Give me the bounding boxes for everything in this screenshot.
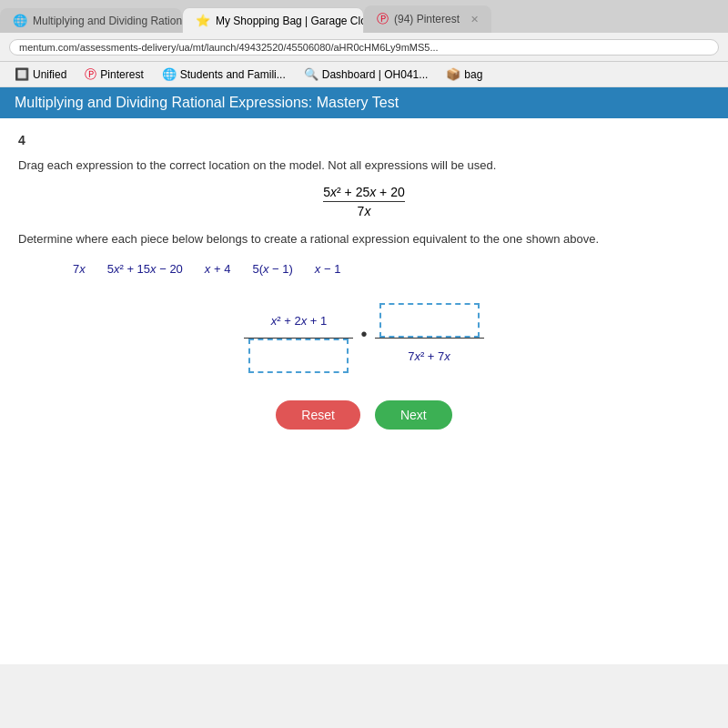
right-fraction: 7x² + 7x <box>375 303 484 373</box>
bookmark-label-pinterest: Pinterest <box>100 68 143 81</box>
bookmark-label-students: Students and Famili... <box>180 68 286 81</box>
bookmark-label-unified: Unified <box>33 68 66 81</box>
bookmark-students[interactable]: 🌐 Students and Famili... <box>155 66 293 83</box>
tab-label-shopping: My Shopping Bag | Garage Cloth <box>216 15 364 27</box>
given-numerator: 5x² + 25x + 20 <box>323 185 405 202</box>
choice-7x[interactable]: 7x <box>73 262 86 276</box>
bookmark-icon-students: 🌐 <box>162 67 177 81</box>
tab-multiplying[interactable]: 🌐 Multiplying and Dividing Rational ✕ <box>0 8 182 33</box>
address-bar: mentum.com/assessments-delivery/ua/mt/la… <box>0 33 728 62</box>
choice-5x-minus-1[interactable]: 5(x − 1) <box>252 262 292 276</box>
bookmarks-bar: 🔲 Unified Ⓟ Pinterest 🌐 Students and Fam… <box>0 62 728 87</box>
choice-5x2-15x-20[interactable]: 5x² + 15x − 20 <box>107 262 183 276</box>
next-button[interactable]: Next <box>375 400 452 430</box>
tab-close-pinterest[interactable]: ✕ <box>470 14 479 25</box>
choice-x-plus-4[interactable]: x + 4 <box>205 262 231 276</box>
determine-text: Determine where each piece below belongs… <box>18 232 710 246</box>
bookmark-icon-bag: 📦 <box>446 67 460 81</box>
choices-row: 7x 5x² + 15x − 20 x + 4 5(x − 1) x − 1 <box>18 262 710 276</box>
buttons-row: Reset Next <box>18 400 710 430</box>
tab-pinterest[interactable]: Ⓟ (94) Pinterest ✕ <box>364 5 491 33</box>
left-numerator-filled: x² + 2x + 1 <box>248 303 349 338</box>
bookmark-icon-pinterest: Ⓟ <box>85 66 96 83</box>
bookmark-icon-dashboard: 🔍 <box>304 67 318 81</box>
left-denominator-dropbox[interactable] <box>248 339 349 373</box>
bookmark-icon-unified: 🔲 <box>15 67 29 81</box>
multiply-dot: • <box>360 324 367 352</box>
tab-icon-multiplying: 🌐 <box>13 14 27 27</box>
given-denominator: 7x <box>323 204 405 218</box>
question-number: 4 <box>18 133 710 147</box>
tab-label-multiplying: Multiplying and Dividing Rational <box>33 15 182 27</box>
reset-button[interactable]: Reset <box>276 400 360 430</box>
instructions-text: Drag each expression to the correct loca… <box>18 158 710 172</box>
page-title: Multiplying and Dividing Rational Expres… <box>15 95 399 110</box>
main-content: 4 Drag each expression to the correct lo… <box>0 118 728 664</box>
address-input[interactable]: mentum.com/assessments-delivery/ua/mt/la… <box>9 39 719 56</box>
bookmark-label-dashboard: Dashboard | OH041... <box>322 68 429 81</box>
tab-label-pinterest: (94) Pinterest <box>394 13 460 25</box>
bookmark-bag[interactable]: 📦 bag <box>439 66 490 83</box>
right-numerator-dropbox[interactable] <box>379 303 480 338</box>
tab-icon-pinterest: Ⓟ <box>377 11 389 27</box>
given-fraction: 5x² + 25x + 20 7x <box>323 185 405 218</box>
bookmark-label-bag: bag <box>464 68 482 81</box>
right-denominator-filled: 7x² + 7x <box>379 339 480 373</box>
tab-shopping[interactable]: ⭐ My Shopping Bag | Garage Cloth ✕ <box>182 7 364 33</box>
choice-x-minus-1[interactable]: x − 1 <box>315 262 341 276</box>
bookmark-unified[interactable]: 🔲 Unified <box>7 66 74 83</box>
bookmark-dashboard[interactable]: 🔍 Dashboard | OH041... <box>297 66 436 83</box>
given-fraction-display: 5x² + 25x + 20 7x <box>18 185 710 219</box>
page-header: Multiplying and Dividing Rational Expres… <box>0 87 728 118</box>
tab-bar: 🌐 Multiplying and Dividing Rational ✕ ⭐ … <box>0 0 728 33</box>
tab-icon-shopping: ⭐ <box>196 14 210 27</box>
left-fraction: x² + 2x + 1 <box>244 303 353 373</box>
model-area: x² + 2x + 1 • 7x² + 7x <box>18 303 710 373</box>
bookmark-pinterest[interactable]: Ⓟ Pinterest <box>77 65 150 85</box>
